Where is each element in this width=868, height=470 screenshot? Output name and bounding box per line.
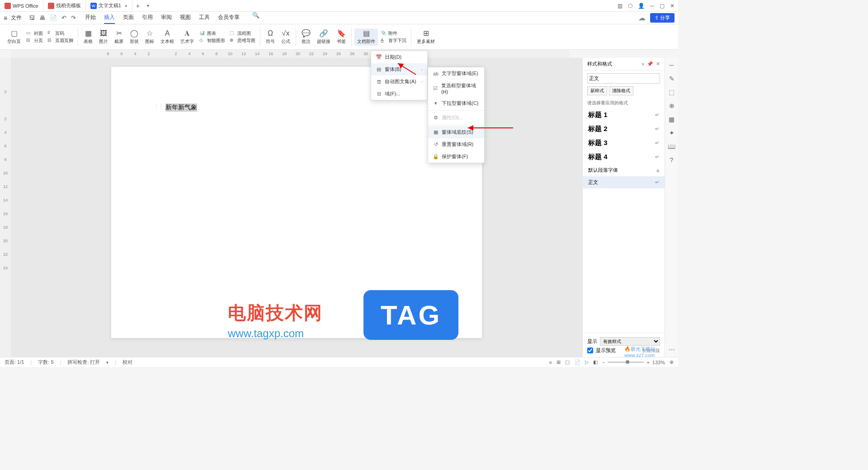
file-menu[interactable]: 文件 <box>11 14 22 22</box>
view-read-icon[interactable]: ▷ <box>585 359 589 365</box>
tab-template[interactable]: 找稻壳模板 <box>43 0 86 11</box>
menu-date[interactable]: 📅日期(D) <box>371 51 427 63</box>
ribbon-table[interactable]: ▦表格 <box>81 28 95 46</box>
menu-shading[interactable]: ▦窗体域底纹(S) <box>428 126 484 138</box>
menu-tab-tools[interactable]: 工具 <box>199 12 210 24</box>
ribbon-attachment[interactable]: 📎附件 <box>381 30 406 37</box>
collapse-icon[interactable]: ─ <box>670 61 674 69</box>
zoom-out-icon[interactable]: − <box>602 360 605 365</box>
view-page-icon[interactable]: ▢ <box>565 359 570 365</box>
menu-check-form[interactable]: ☑复选框型窗体域(H) <box>428 80 484 97</box>
style-item-body[interactable]: 正文↵ <box>583 176 665 188</box>
redo-icon[interactable]: ↷ <box>71 14 76 21</box>
ribbon-comment[interactable]: 💬批注 <box>299 28 313 46</box>
tab-add-button[interactable]: + <box>132 2 143 9</box>
menu-reset[interactable]: ↺重置窗体域(R) <box>428 138 484 150</box>
cube-icon[interactable]: ⬡ <box>628 3 632 9</box>
ribbon-mindmap[interactable]: ⊕思维导图 <box>230 38 255 44</box>
menu-tab-view[interactable]: 视图 <box>180 12 191 24</box>
clear-format-button[interactable]: 清除格式 <box>609 86 633 95</box>
zoom-value[interactable]: 133% <box>652 360 665 365</box>
share-button[interactable]: ⇪ 分享 <box>650 13 675 23</box>
menu-tab-insert[interactable]: 插入 <box>104 12 115 24</box>
menu-autotext[interactable]: 🖺自动图文集(A)› <box>371 75 427 88</box>
ribbon-dropcap[interactable]: A̲首字下沉 <box>381 38 406 44</box>
ribbon-chart[interactable]: 📊图表 <box>199 30 225 37</box>
style-item-h3[interactable]: 标题 3↵ <box>583 136 665 150</box>
ribbon-bookmark[interactable]: 🔖书签 <box>334 28 349 46</box>
zoom-slider[interactable] <box>608 362 644 363</box>
menu-protect[interactable]: 🔒保护窗体(F) <box>428 150 484 163</box>
tab-document[interactable]: W 文字文稿1 ● <box>86 0 132 11</box>
save-icon[interactable]: 🖫 <box>29 14 35 21</box>
style-item-h1[interactable]: 标题 1↵ <box>583 108 665 122</box>
menu-tab-page[interactable]: 页面 <box>123 12 134 24</box>
current-style-select[interactable]: 正文 <box>587 73 660 84</box>
ruler-vertical[interactable]: 2 246 81012 141618 202224 <box>0 58 11 358</box>
ribbon-screenshot[interactable]: ✂截屏 <box>112 28 126 46</box>
menu-field[interactable]: ⊟域(F)... <box>371 88 427 100</box>
help-tool-icon[interactable]: ? <box>670 156 674 164</box>
pin-icon[interactable]: 📌 <box>647 61 653 67</box>
style-item-h4[interactable]: 标题 4↵ <box>583 150 665 164</box>
status-page[interactable]: 页面: 1/1 <box>5 359 24 366</box>
more-tool-icon[interactable]: ⋯ <box>669 346 675 353</box>
ribbon-blank-page[interactable]: ▢空白页 <box>5 28 24 46</box>
cloud-icon[interactable]: ☁ <box>638 14 646 22</box>
tab-menu-button[interactable]: ▾ <box>143 3 153 8</box>
ribbon-header-footer[interactable]: ⊟页眉页脚 <box>47 38 73 44</box>
show-select[interactable]: 有效样式 <box>600 337 660 346</box>
preview-checkbox[interactable] <box>587 348 593 353</box>
panel-close-icon[interactable]: ✕ <box>656 61 660 67</box>
print-icon[interactable]: 🖶 <box>39 14 45 21</box>
view-outline-icon[interactable]: ≡ <box>549 360 552 365</box>
document-area[interactable]: ⋮⋮ 新年新气象 电脑技术网 www.tagxp.com TAG <box>11 58 582 358</box>
spell-dropdown-icon[interactable]: ▾ <box>106 360 108 365</box>
ribbon-textbox[interactable]: A文本框 <box>158 28 177 46</box>
print-preview-icon[interactable]: 📄 <box>50 14 57 21</box>
menu-tab-home[interactable]: 开始 <box>85 12 96 24</box>
menu-dropdown-form[interactable]: ▾下拉型窗体域(C) <box>428 97 484 109</box>
menu-form[interactable]: ▤窗体(B)› <box>371 63 427 75</box>
zoom-control[interactable]: − + 133% <box>602 360 665 365</box>
menu-text-form[interactable]: ab文字型窗体域(E) <box>428 67 484 80</box>
tab-close-icon[interactable]: ● <box>125 3 127 8</box>
book-tool-icon[interactable]: 📖 <box>668 143 675 150</box>
zoom-in-icon[interactable]: + <box>646 360 649 365</box>
ruler-horizontal[interactable]: 86 42 2 46 810 1214 1618 2022 2426 2830 … <box>11 50 570 58</box>
ribbon-flowchart[interactable]: ⬚流程图 <box>230 30 255 37</box>
document-text[interactable]: 新年新气象 <box>165 103 197 112</box>
drag-handle-icon[interactable]: ⋮⋮ <box>154 104 163 109</box>
ribbon-doc-parts[interactable]: ▤文档部件 <box>354 28 378 46</box>
ribbon-hyperlink[interactable]: 🔗超链接 <box>314 28 333 46</box>
layout-tool-icon[interactable]: ▦ <box>669 116 675 123</box>
ribbon-picture[interactable]: 🖼图片 <box>96 28 111 46</box>
ribbon-more[interactable]: ⊞更多素材 <box>414 28 438 46</box>
ribbon-shape[interactable]: ◯形状 <box>127 28 142 46</box>
select-tool-icon[interactable]: ⬚ <box>669 89 675 96</box>
avatar-icon[interactable]: 👤 <box>638 3 645 9</box>
close-button[interactable]: ✕ <box>670 3 675 9</box>
hamburger-icon[interactable]: ≡ <box>4 14 7 22</box>
ribbon-smart[interactable]: ◇智能图形 <box>199 38 225 44</box>
search-icon[interactable]: 🔍 <box>252 12 259 24</box>
menu-tab-vip[interactable]: 会员专享 <box>218 12 240 24</box>
status-proofing[interactable]: 校对 <box>123 359 132 366</box>
status-words[interactable]: 字数: 5 <box>38 359 53 366</box>
ribbon-wordart[interactable]: 𝐀艺术字 <box>178 28 197 46</box>
ribbon-equation[interactable]: √x公式 <box>278 28 293 46</box>
menu-tab-ref[interactable]: 引用 <box>142 12 153 24</box>
ribbon-icon[interactable]: ☆图标 <box>142 28 157 46</box>
menu-tab-review[interactable]: 审阅 <box>161 12 172 24</box>
ai-tool-icon[interactable]: ✦ <box>669 129 675 136</box>
tab-wps-office[interactable]: WPS Office <box>0 0 43 11</box>
status-spell[interactable]: 拼写检查: 打开 <box>67 359 100 366</box>
ribbon-symbol[interactable]: Ω符号 <box>263 28 278 46</box>
ribbon-cover[interactable]: ▭封面 <box>26 30 43 37</box>
style-item-default[interactable]: 默认段落字体a <box>583 164 665 176</box>
view-focus-icon[interactable]: ◧ <box>593 359 598 365</box>
undo-icon[interactable]: ↶ <box>61 14 66 21</box>
edit-tool-icon[interactable]: ✎ <box>669 75 675 82</box>
view-grid-icon[interactable]: ⊞ <box>557 359 561 365</box>
style-item-h2[interactable]: 标题 2↵ <box>583 122 665 136</box>
